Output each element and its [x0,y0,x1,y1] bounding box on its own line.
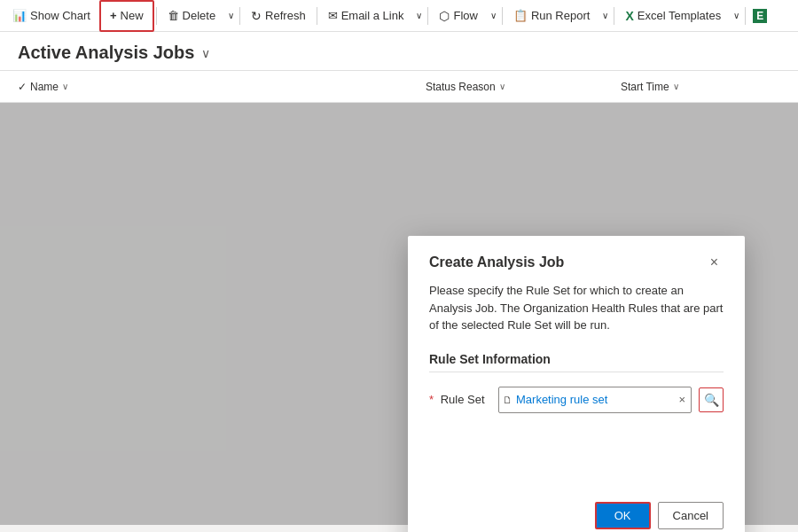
chevron-down-icon: ∨ [228,11,234,20]
chevron-down-icon-2: ∨ [416,11,422,20]
col-status-chevron: ∨ [499,82,505,91]
create-analysis-job-dialog: Create Analysis Job × Please specify the… [408,236,745,532]
record-icon: 🗋 [503,395,512,405]
col-starttime-header[interactable]: Start Time ∨ [621,81,780,93]
dialog-section-title: Rule Set Information [429,352,724,372]
dialog-close-button[interactable]: × [705,254,724,271]
separator-1 [156,7,157,25]
refresh-button[interactable]: ↻ Refresh [242,0,315,32]
col-status-label: Status Reason [426,81,496,93]
excel-templates-button[interactable]: X Excel Templates [616,0,730,32]
email-dropdown[interactable]: ∨ [412,0,426,32]
delete-button[interactable]: 🗑 Delete [159,0,225,32]
email-link-button[interactable]: ✉ Email a Link [319,0,413,32]
rule-set-field: * Rule Set 🗋 Marketing rule set × 🔍 [429,387,724,413]
cancel-button[interactable]: Cancel [658,502,724,529]
chevron-down-icon-5: ∨ [733,11,739,20]
run-report-button[interactable]: 📋 Run Report [505,0,598,32]
chart-icon: 📊 [12,9,27,22]
run-report-dropdown[interactable]: ∨ [598,0,612,32]
new-icon: + [110,9,117,22]
new-button[interactable]: + New [99,0,154,32]
rule-set-input-container: 🗋 Marketing rule set × [498,387,692,413]
rule-set-label: * Rule Set [429,393,491,406]
show-chart-button[interactable]: 📊 Show Chart [4,0,99,32]
required-indicator: * [429,393,434,406]
col-status-header[interactable]: Status Reason ∨ [426,81,621,93]
report-icon: 📋 [513,9,528,22]
col-starttime-chevron: ∨ [673,82,679,91]
flow-dropdown[interactable]: ∨ [487,0,500,32]
column-headers: ✓ Name ∨ Status Reason ∨ Start Time ∨ [0,71,798,103]
delete-icon: 🗑 [168,9,179,22]
separator-5 [502,7,503,25]
page-header: Active Analysis Jobs ∨ [0,32,798,71]
rule-set-clear-button[interactable]: × [677,393,687,406]
dialog-description: Please specify the Rule Set for which to… [429,282,724,334]
flow-icon: ⬡ [439,9,450,23]
separator-3 [317,7,317,25]
dialog-footer: OK Cancel [429,502,724,529]
separator-4 [427,7,428,25]
page-title-dropdown[interactable]: ∨ [201,46,210,60]
ok-button[interactable]: OK [595,502,651,529]
col-starttime-label: Start Time [621,81,669,93]
separator-7 [745,7,746,25]
excel-icon: X [625,9,633,23]
delete-dropdown[interactable]: ∨ [224,0,238,32]
chevron-down-icon-3: ∨ [490,11,497,20]
rule-set-search-button[interactable]: 🔍 [699,387,724,412]
main-content: Create Analysis Job × Please specify the… [0,103,798,525]
excel-button-right[interactable]: E [747,0,772,32]
toolbar: 📊 Show Chart + New 🗑 Delete ∨ ↻ Refresh … [0,0,798,32]
col-name-chevron: ∨ [62,82,68,91]
chevron-down-icon-4: ∨ [602,11,608,20]
check-icon: ✓ [18,81,27,93]
col-name-label[interactable]: Name [30,81,59,93]
excel-dropdown[interactable]: ∨ [730,0,743,32]
dialog-header: Create Analysis Job × [429,254,724,271]
dialog-title: Create Analysis Job [429,254,564,270]
page-title: Active Analysis Jobs [18,43,194,63]
separator-2 [239,7,240,25]
email-icon: ✉ [328,9,338,22]
flow-button[interactable]: ⬡ Flow [430,0,486,32]
search-icon: 🔍 [704,393,719,407]
rule-set-value: Marketing rule set [516,393,673,406]
col-check: ✓ Name ∨ [18,81,71,93]
excel-icon-right: E [753,9,767,23]
separator-6 [614,7,614,25]
refresh-icon: ↻ [251,9,262,23]
